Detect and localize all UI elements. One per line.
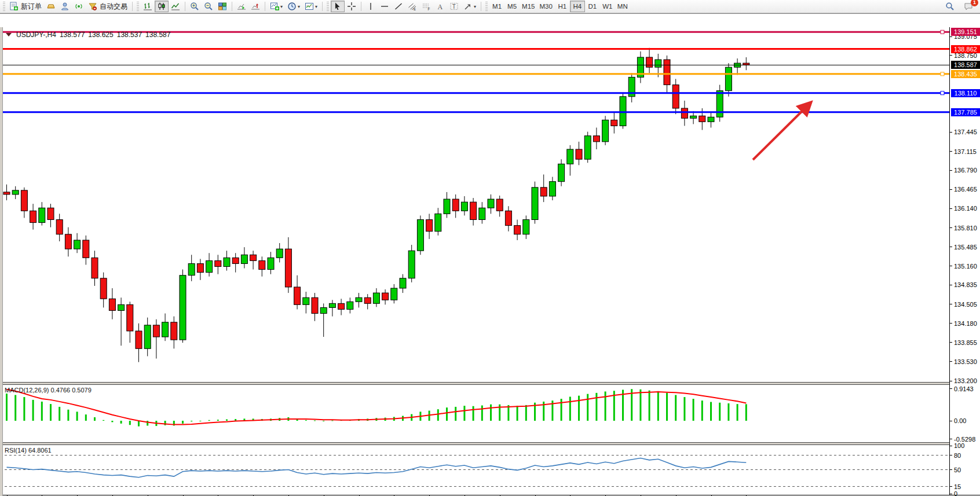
bull-candle[interactable] — [188, 263, 195, 275]
bull-candle[interactable] — [180, 275, 186, 340]
bear-candle[interactable] — [285, 249, 291, 287]
bull-candle[interactable] — [690, 116, 697, 118]
text-label-button[interactable]: T — [447, 1, 461, 12]
candlestick-chart-button[interactable] — [155, 1, 169, 12]
hline-handle[interactable] — [941, 91, 944, 95]
bull-candle[interactable] — [373, 293, 379, 303]
timeframe-H4[interactable]: H4 — [570, 1, 585, 12]
bear-candle[interactable] — [92, 258, 98, 278]
bull-candle[interactable] — [558, 164, 565, 181]
bull-candle[interactable] — [584, 136, 591, 160]
timeframe-H1[interactable]: H1 — [555, 1, 570, 12]
line-chart-button[interactable] — [169, 1, 182, 12]
bear-candle[interactable] — [470, 202, 477, 219]
bear-candle[interactable] — [426, 220, 433, 232]
bull-candle[interactable] — [408, 251, 415, 278]
auto-trading-button[interactable]: 自动交易 — [86, 1, 130, 12]
bear-candle[interactable] — [452, 199, 459, 211]
chart-area[interactable]: USDJPY-,H4 138.577 138.625 138.537 138.5… — [0, 13, 980, 496]
bear-candle[interactable] — [250, 255, 257, 260]
bull-candle[interactable] — [329, 303, 335, 307]
cursor-button[interactable] — [331, 1, 345, 12]
templates-button[interactable]: ▾ — [302, 1, 320, 12]
bear-candle[interactable] — [83, 240, 89, 258]
bear-candle[interactable] — [664, 60, 670, 85]
hline-handle[interactable] — [941, 72, 944, 76]
bear-candle[interactable] — [382, 293, 389, 300]
vertical-line-button[interactable] — [364, 1, 378, 12]
bull-candle[interactable] — [725, 67, 732, 91]
bull-candle[interactable] — [435, 214, 441, 231]
timeframe-MN[interactable]: MN — [615, 1, 630, 12]
bull-candle[interactable] — [241, 255, 247, 263]
trendline-button[interactable] — [392, 1, 405, 12]
bull-candle[interactable] — [320, 307, 327, 313]
bear-candle[interactable] — [47, 208, 54, 219]
bear-candle[interactable] — [294, 287, 301, 304]
bear-candle[interactable] — [30, 211, 36, 222]
bear-candle[interactable] — [3, 192, 10, 194]
bull-candle[interactable] — [532, 188, 538, 220]
tile-windows-button[interactable] — [215, 1, 229, 12]
bull-candle[interactable] — [523, 220, 529, 234]
bear-candle[interactable] — [100, 278, 107, 299]
bear-candle[interactable] — [611, 120, 617, 126]
bear-candle[interactable] — [681, 108, 688, 118]
bull-candle[interactable] — [461, 202, 467, 211]
bear-candle[interactable] — [338, 303, 345, 309]
panel-divider[interactable] — [0, 382, 980, 385]
hline-handle[interactable] — [941, 30, 944, 34]
bull-candle[interactable] — [444, 199, 450, 214]
bull-candle[interactable] — [276, 249, 283, 258]
bull-candle[interactable] — [74, 240, 81, 249]
bear-candle[interactable] — [127, 304, 133, 331]
bull-candle[interactable] — [391, 288, 397, 300]
fibonacci-button[interactable]: F — [419, 1, 433, 12]
bear-candle[interactable] — [136, 331, 142, 348]
bear-candle[interactable] — [171, 322, 177, 340]
text-button[interactable]: A — [433, 1, 447, 12]
zoom-out-button[interactable] — [202, 1, 215, 12]
accounts-button[interactable] — [58, 1, 72, 12]
bear-candle[interactable] — [197, 263, 203, 272]
bar-chart-button[interactable] — [141, 1, 155, 12]
bear-candle[interactable] — [576, 149, 582, 159]
bull-candle[interactable] — [356, 297, 362, 302]
bull-candle[interactable] — [708, 117, 714, 122]
horizontal-line-button[interactable] — [378, 1, 392, 12]
zoom-in-button[interactable] — [188, 1, 202, 12]
deposit-button[interactable] — [44, 1, 58, 12]
bull-candle[interactable] — [162, 322, 169, 337]
one-click-trading-icon[interactable] — [6, 33, 12, 36]
bull-candle[interactable] — [39, 208, 45, 222]
macd-panel[interactable] — [0, 385, 949, 442]
bull-candle[interactable] — [602, 120, 609, 141]
rsi-panel[interactable] — [0, 445, 949, 495]
bull-candle[interactable] — [488, 199, 494, 208]
bear-candle[interactable] — [153, 325, 159, 337]
bull-candle[interactable] — [347, 302, 353, 309]
price-axis[interactable]: 139.075138.750137.445137.115136.790136.4… — [949, 27, 980, 495]
bull-candle[interactable] — [620, 97, 626, 126]
bear-candle[interactable] — [505, 211, 511, 225]
timeframe-M15[interactable]: M15 — [520, 1, 537, 12]
bull-candle[interactable] — [655, 60, 661, 67]
period-button[interactable]: ▾ — [285, 1, 302, 12]
bear-candle[interactable] — [56, 220, 63, 234]
bull-candle[interactable] — [118, 304, 125, 310]
equidistant-channel-button[interactable]: E — [405, 1, 419, 12]
search-button[interactable] — [943, 1, 957, 12]
bear-candle[interactable] — [743, 63, 749, 65]
bull-candle[interactable] — [716, 91, 723, 117]
bull-candle[interactable] — [144, 325, 151, 349]
chart-title[interactable]: USDJPY-,H4 138.577 138.625 138.537 138.5… — [6, 31, 170, 39]
bear-candle[interactable] — [232, 258, 239, 263]
bear-candle[interactable] — [215, 260, 221, 266]
bull-candle[interactable] — [206, 260, 213, 272]
bear-candle[interactable] — [496, 199, 503, 211]
timeframe-M1[interactable]: M1 — [489, 1, 504, 12]
bear-candle[interactable] — [672, 85, 679, 109]
timeframe-W1[interactable]: W1 — [600, 1, 615, 12]
bear-candle[interactable] — [109, 299, 115, 310]
timeframe-D1[interactable]: D1 — [585, 1, 600, 12]
